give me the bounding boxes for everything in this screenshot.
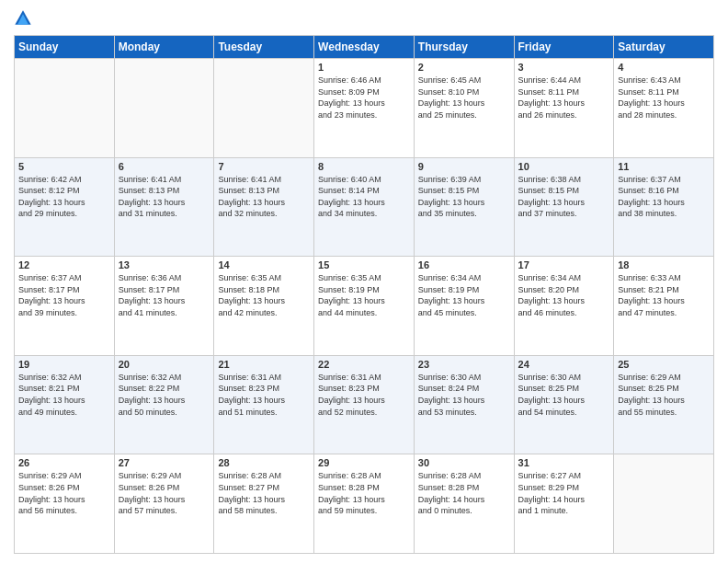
day-info: Sunrise: 6:33 AM Sunset: 8:21 PM Dayligh… [618, 272, 710, 318]
day-info: Sunrise: 6:28 AM Sunset: 8:27 PM Dayligh… [218, 470, 310, 516]
calendar-cell: 23Sunrise: 6:30 AM Sunset: 8:24 PM Dayli… [414, 355, 514, 454]
calendar-cell: 20Sunrise: 6:32 AM Sunset: 8:22 PM Dayli… [114, 355, 214, 454]
day-number: 5 [18, 161, 110, 172]
calendar-cell: 24Sunrise: 6:30 AM Sunset: 8:25 PM Dayli… [514, 355, 614, 454]
day-number: 11 [618, 161, 710, 172]
calendar-week-5: 26Sunrise: 6:29 AM Sunset: 8:26 PM Dayli… [15, 454, 714, 554]
calendar-cell [214, 59, 314, 158]
calendar-cell [614, 454, 714, 554]
calendar-cell: 5Sunrise: 6:42 AM Sunset: 8:12 PM Daylig… [15, 157, 115, 257]
day-info: Sunrise: 6:42 AM Sunset: 8:12 PM Dayligh… [18, 174, 110, 220]
day-number: 19 [18, 359, 110, 370]
day-info: Sunrise: 6:37 AM Sunset: 8:17 PM Dayligh… [18, 272, 110, 318]
calendar-cell: 11Sunrise: 6:37 AM Sunset: 8:16 PM Dayli… [614, 157, 714, 257]
calendar-cell: 21Sunrise: 6:31 AM Sunset: 8:23 PM Dayli… [214, 355, 314, 454]
calendar-cell: 10Sunrise: 6:38 AM Sunset: 8:15 PM Dayli… [514, 157, 614, 257]
day-info: Sunrise: 6:32 AM Sunset: 8:22 PM Dayligh… [119, 372, 210, 418]
day-info: Sunrise: 6:30 AM Sunset: 8:24 PM Dayligh… [418, 372, 510, 418]
calendar-header-thursday: Thursday [414, 36, 514, 59]
calendar-week-3: 12Sunrise: 6:37 AM Sunset: 8:17 PM Dayli… [15, 257, 714, 356]
day-info: Sunrise: 6:44 AM Sunset: 8:11 PM Dayligh… [518, 75, 610, 121]
calendar-week-4: 19Sunrise: 6:32 AM Sunset: 8:21 PM Dayli… [15, 355, 714, 454]
calendar-week-2: 5Sunrise: 6:42 AM Sunset: 8:12 PM Daylig… [15, 157, 714, 257]
page: SundayMondayTuesdayWednesdayThursdayFrid… [0, 0, 728, 563]
day-number: 6 [119, 161, 210, 172]
calendar-cell: 1Sunrise: 6:46 AM Sunset: 8:09 PM Daylig… [314, 59, 415, 158]
calendar-header-saturday: Saturday [614, 36, 714, 59]
day-info: Sunrise: 6:34 AM Sunset: 8:20 PM Dayligh… [518, 272, 610, 318]
day-info: Sunrise: 6:35 AM Sunset: 8:18 PM Dayligh… [218, 272, 310, 318]
day-info: Sunrise: 6:27 AM Sunset: 8:29 PM Dayligh… [518, 470, 610, 516]
day-number: 20 [119, 359, 210, 370]
day-number: 14 [218, 259, 310, 270]
day-number: 10 [518, 161, 610, 172]
day-info: Sunrise: 6:35 AM Sunset: 8:19 PM Dayligh… [318, 272, 410, 318]
calendar-cell: 25Sunrise: 6:29 AM Sunset: 8:25 PM Dayli… [614, 355, 714, 454]
day-info: Sunrise: 6:41 AM Sunset: 8:13 PM Dayligh… [218, 174, 310, 220]
day-number: 16 [418, 259, 510, 270]
calendar-header-row: SundayMondayTuesdayWednesdayThursdayFrid… [15, 36, 714, 59]
calendar-header-sunday: Sunday [15, 36, 115, 59]
day-number: 3 [518, 62, 610, 73]
day-number: 30 [418, 457, 510, 468]
day-info: Sunrise: 6:30 AM Sunset: 8:25 PM Dayligh… [518, 372, 610, 418]
day-number: 28 [218, 457, 310, 468]
day-info: Sunrise: 6:45 AM Sunset: 8:10 PM Dayligh… [418, 75, 510, 121]
day-number: 31 [518, 457, 610, 468]
day-info: Sunrise: 6:32 AM Sunset: 8:21 PM Dayligh… [18, 372, 110, 418]
day-number: 27 [119, 457, 210, 468]
calendar-header-tuesday: Tuesday [214, 36, 314, 59]
calendar-cell: 7Sunrise: 6:41 AM Sunset: 8:13 PM Daylig… [214, 157, 314, 257]
header [14, 9, 714, 28]
calendar-cell: 9Sunrise: 6:39 AM Sunset: 8:15 PM Daylig… [414, 157, 514, 257]
calendar-cell: 19Sunrise: 6:32 AM Sunset: 8:21 PM Dayli… [15, 355, 115, 454]
calendar-cell: 31Sunrise: 6:27 AM Sunset: 8:29 PM Dayli… [514, 454, 614, 554]
calendar-cell [15, 59, 115, 158]
day-number: 2 [418, 62, 510, 73]
day-number: 4 [618, 62, 710, 73]
day-info: Sunrise: 6:29 AM Sunset: 8:25 PM Dayligh… [618, 372, 710, 418]
calendar-week-1: 1Sunrise: 6:46 AM Sunset: 8:09 PM Daylig… [15, 59, 714, 158]
day-info: Sunrise: 6:29 AM Sunset: 8:26 PM Dayligh… [119, 470, 210, 516]
calendar-header-monday: Monday [114, 36, 214, 59]
day-number: 8 [318, 161, 410, 172]
day-number: 26 [18, 457, 110, 468]
calendar-cell: 18Sunrise: 6:33 AM Sunset: 8:21 PM Dayli… [614, 257, 714, 356]
calendar-cell: 30Sunrise: 6:28 AM Sunset: 8:28 PM Dayli… [414, 454, 514, 554]
day-info: Sunrise: 6:28 AM Sunset: 8:28 PM Dayligh… [418, 470, 510, 516]
calendar-cell: 28Sunrise: 6:28 AM Sunset: 8:27 PM Dayli… [214, 454, 314, 554]
calendar-cell: 27Sunrise: 6:29 AM Sunset: 8:26 PM Dayli… [114, 454, 214, 554]
day-info: Sunrise: 6:34 AM Sunset: 8:19 PM Dayligh… [418, 272, 510, 318]
calendar-cell: 17Sunrise: 6:34 AM Sunset: 8:20 PM Dayli… [514, 257, 614, 356]
calendar-cell: 3Sunrise: 6:44 AM Sunset: 8:11 PM Daylig… [514, 59, 614, 158]
calendar-cell: 8Sunrise: 6:40 AM Sunset: 8:14 PM Daylig… [314, 157, 415, 257]
day-number: 15 [318, 259, 410, 270]
calendar-header-friday: Friday [514, 36, 614, 59]
logo [14, 9, 40, 28]
day-number: 29 [318, 457, 410, 468]
day-info: Sunrise: 6:28 AM Sunset: 8:28 PM Dayligh… [318, 470, 410, 516]
day-info: Sunrise: 6:41 AM Sunset: 8:13 PM Dayligh… [119, 174, 210, 220]
day-info: Sunrise: 6:39 AM Sunset: 8:15 PM Dayligh… [418, 174, 510, 220]
day-number: 22 [318, 359, 410, 370]
calendar-cell: 4Sunrise: 6:43 AM Sunset: 8:11 PM Daylig… [614, 59, 714, 158]
calendar-cell: 6Sunrise: 6:41 AM Sunset: 8:13 PM Daylig… [114, 157, 214, 257]
day-info: Sunrise: 6:37 AM Sunset: 8:16 PM Dayligh… [618, 174, 710, 220]
day-info: Sunrise: 6:43 AM Sunset: 8:11 PM Dayligh… [618, 75, 710, 121]
day-number: 17 [518, 259, 610, 270]
day-info: Sunrise: 6:36 AM Sunset: 8:17 PM Dayligh… [119, 272, 210, 318]
logo-icon [14, 9, 32, 28]
day-info: Sunrise: 6:38 AM Sunset: 8:15 PM Dayligh… [518, 174, 610, 220]
calendar-cell: 29Sunrise: 6:28 AM Sunset: 8:28 PM Dayli… [314, 454, 415, 554]
calendar-cell: 2Sunrise: 6:45 AM Sunset: 8:10 PM Daylig… [414, 59, 514, 158]
day-info: Sunrise: 6:31 AM Sunset: 8:23 PM Dayligh… [218, 372, 310, 418]
day-number: 21 [218, 359, 310, 370]
day-number: 7 [218, 161, 310, 172]
day-info: Sunrise: 6:31 AM Sunset: 8:23 PM Dayligh… [318, 372, 410, 418]
day-info: Sunrise: 6:29 AM Sunset: 8:26 PM Dayligh… [18, 470, 110, 516]
day-number: 18 [618, 259, 710, 270]
day-info: Sunrise: 6:40 AM Sunset: 8:14 PM Dayligh… [318, 174, 410, 220]
day-number: 9 [418, 161, 510, 172]
calendar-cell: 13Sunrise: 6:36 AM Sunset: 8:17 PM Dayli… [114, 257, 214, 356]
calendar-header-wednesday: Wednesday [314, 36, 415, 59]
